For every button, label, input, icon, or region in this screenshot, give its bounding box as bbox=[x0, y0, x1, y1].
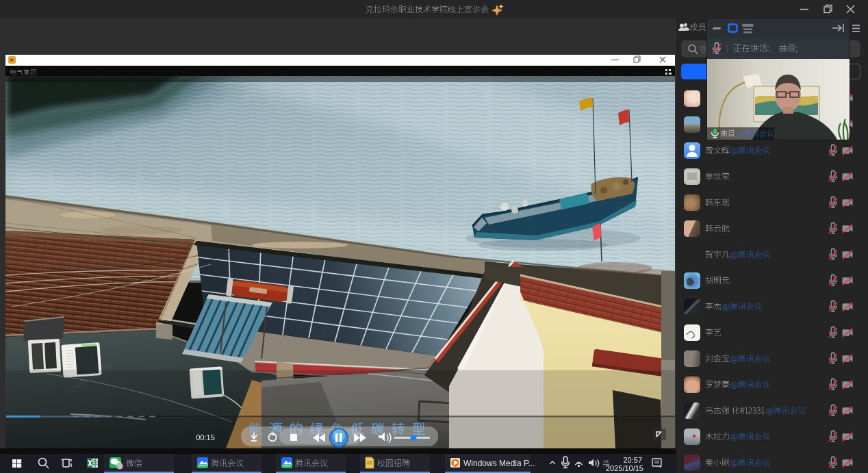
svg-text:00:15: 00:15 bbox=[196, 433, 215, 442]
